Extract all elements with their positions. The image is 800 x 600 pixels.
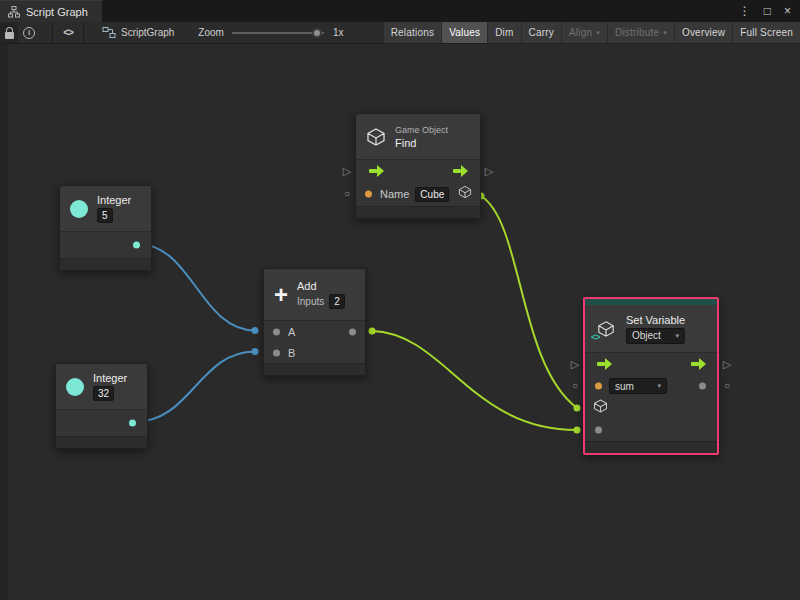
button-label: Carry	[529, 27, 554, 38]
flow-out-arrow-icon[interactable]	[690, 358, 706, 370]
scriptgraph-icon	[102, 26, 116, 39]
flow-in-arrow-icon[interactable]	[368, 165, 384, 177]
node-header: <> Set Variable Object ▾	[585, 305, 717, 353]
variable-name-dropdown[interactable]: sum ▾	[609, 378, 667, 394]
name-label: Name	[380, 188, 409, 200]
graph-reference[interactable]: ScriptGraph	[102, 26, 174, 39]
info-button[interactable]	[18, 22, 40, 43]
flow-out-arrow-icon[interactable]	[452, 165, 468, 177]
plus-icon: +	[274, 283, 288, 307]
integer-type-icon	[70, 200, 88, 218]
tab-script-graph[interactable]: Script Graph	[0, 0, 102, 22]
window-menu-icon[interactable]: ⋮	[739, 5, 751, 17]
chevron-down-icon: ▾	[676, 332, 680, 340]
variable-scope-dropdown[interactable]: Object ▾	[626, 328, 685, 344]
input-port-b[interactable]	[273, 349, 280, 356]
node-header: Game Object Find	[356, 114, 480, 160]
toolbar-button-fullscreen[interactable]: Full Screen	[733, 22, 800, 43]
toolbar-button-align[interactable]: Align▾	[562, 22, 607, 43]
name-port-circle[interactable]: ○	[568, 379, 582, 393]
button-label: Values	[449, 27, 480, 38]
add-node[interactable]: + Add Inputs 2 A B	[263, 268, 366, 376]
value-input-row	[585, 419, 717, 441]
node-title: Add	[297, 280, 345, 292]
gameobject-output-port[interactable]	[458, 185, 472, 203]
set-variable-node[interactable]: <> Set Variable Object ▾ sum ▾ ▷ ▷ ○ ○	[583, 297, 719, 455]
button-label: Relations	[391, 27, 435, 38]
integer-value-field[interactable]: 5	[97, 208, 113, 223]
button-label: Dim	[495, 27, 513, 38]
flow-in-port-triangle[interactable]: ▷	[340, 164, 354, 178]
node-footer	[585, 441, 717, 453]
flow-out-port-triangle[interactable]: ▷	[720, 357, 734, 371]
button-label: Full Screen	[740, 27, 793, 38]
node-footer	[60, 258, 151, 270]
toolbar-button-carry[interactable]: Carry	[522, 22, 561, 43]
integer-node-1[interactable]: Integer 5	[59, 185, 152, 271]
output-port-circle[interactable]: ○	[720, 379, 734, 393]
zoom-slider-knob[interactable]	[312, 28, 322, 38]
value-input-port[interactable]	[595, 427, 602, 434]
window-close-icon[interactable]: ×	[784, 5, 791, 17]
sum-output-port[interactable]	[349, 328, 356, 335]
title-bar: Script Graph ⋮ □ ×	[0, 0, 800, 22]
variable-name-input-port[interactable]	[595, 383, 602, 390]
integer-type-icon	[66, 378, 84, 396]
port-label-b: B	[288, 347, 295, 359]
flow-out-port-triangle[interactable]: ▷	[482, 164, 496, 178]
window-maximize-icon[interactable]: □	[764, 5, 771, 17]
port-label-a: A	[288, 326, 295, 338]
node-title: Integer	[93, 372, 127, 384]
input-port-a[interactable]	[273, 328, 280, 335]
node-title: Integer	[97, 194, 131, 206]
object-input-row	[585, 397, 717, 419]
name-value-field[interactable]: Cube	[415, 187, 449, 202]
toolbar-button-distribute[interactable]: Distribute▾	[608, 22, 674, 43]
integer-output-port[interactable]	[129, 420, 136, 427]
toolbar-button-dim[interactable]: Dim	[488, 22, 520, 43]
variable-output-port[interactable]	[699, 383, 706, 390]
code-view-button[interactable]: <>	[52, 22, 84, 43]
button-label: Align	[569, 27, 592, 38]
node-header: Integer 32	[56, 364, 147, 410]
code-marks-icon: <>	[591, 332, 600, 342]
graph-toolbar: <> ScriptGraph Zoom 1x Relations Values …	[0, 22, 800, 44]
lock-button[interactable]	[0, 22, 18, 43]
zoom-slider-track[interactable]	[232, 32, 324, 34]
node-title: Set Variable	[626, 314, 685, 326]
chevron-down-icon: ▾	[596, 29, 600, 37]
chevron-down-icon: ▾	[657, 382, 661, 390]
name-input-port[interactable]	[365, 191, 372, 198]
flow-in-port-triangle[interactable]: ▷	[568, 357, 582, 371]
port-row-a: A	[264, 321, 365, 342]
toolbar-button-relations[interactable]: Relations	[384, 22, 442, 43]
node-category: Game Object	[395, 125, 448, 135]
canvas-left-strip	[0, 44, 8, 600]
zoom-slider[interactable]	[232, 27, 324, 39]
flow-in-arrow-icon[interactable]	[596, 358, 612, 370]
button-label: Overview	[682, 27, 725, 38]
object-input-port[interactable]	[593, 399, 608, 418]
info-icon	[23, 27, 35, 39]
scope-value: Object	[632, 330, 661, 341]
name-port-row: Name Cube	[356, 182, 480, 206]
inputs-label: Inputs	[297, 296, 324, 307]
integer-value-field[interactable]: 32	[93, 386, 114, 401]
name-port-circle[interactable]: ○	[340, 187, 354, 201]
lock-icon	[5, 27, 14, 39]
inputs-count-field[interactable]: 2	[329, 294, 345, 309]
toolbar-button-overview[interactable]: Overview	[675, 22, 732, 43]
zoom-value: 1x	[333, 27, 344, 38]
script-graph-tab-icon	[8, 6, 20, 18]
port-row-b: B	[264, 342, 365, 363]
integer-output-port[interactable]	[133, 242, 140, 249]
toolbar-buttons: Relations Values Dim Carry Align▾ Distri…	[384, 22, 800, 43]
toolbar-button-values[interactable]: Values	[442, 22, 487, 43]
variable-name-row: sum ▾	[585, 375, 717, 397]
node-header: + Add Inputs 2	[264, 269, 365, 321]
button-label: Distribute	[615, 27, 659, 38]
graph-name-label: ScriptGraph	[121, 27, 174, 38]
node-footer	[264, 363, 365, 375]
integer-node-2[interactable]: Integer 32	[55, 363, 148, 449]
find-node[interactable]: Game Object Find Name Cube ▷ ▷ ○	[355, 113, 481, 219]
